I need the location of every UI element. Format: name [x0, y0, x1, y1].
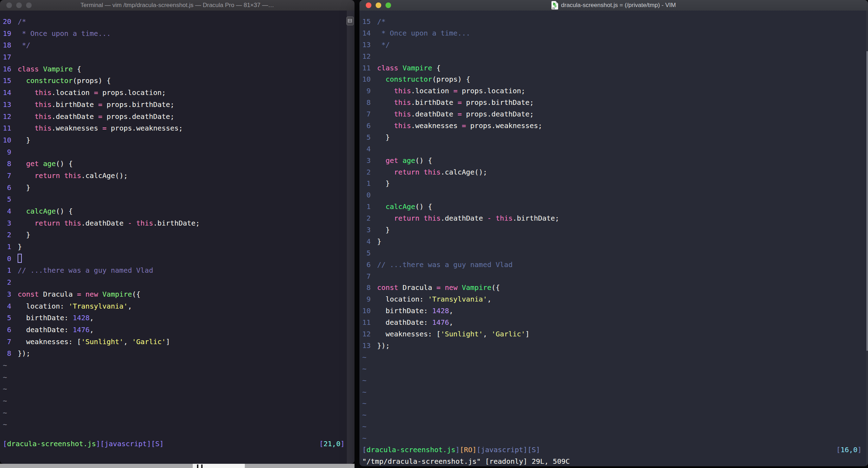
code-token: (props) {	[73, 76, 111, 85]
line-number: 9	[3, 146, 11, 158]
line-number: 11	[362, 62, 371, 74]
split-pane-button[interactable]	[346, 17, 354, 25]
code-line: 1 calcAge() {	[362, 201, 865, 213]
code-token: () {	[415, 156, 432, 165]
line-number: 6	[362, 120, 371, 132]
code-token: weaknesses: [	[377, 330, 441, 338]
code-token: [	[3, 439, 7, 448]
code-token	[98, 290, 102, 298]
terminal-window-title: Terminal — vim /tmp/dracula-screenshot.j…	[0, 2, 355, 9]
code-token: });	[18, 349, 30, 358]
line-number: 10	[362, 74, 371, 85]
code-token	[60, 219, 64, 227]
statusline-cursor-position: [16,0]	[836, 444, 862, 456]
code-token: }	[377, 179, 390, 188]
code-line: 4 location: 'Transylvania',	[3, 301, 346, 312]
code-token: .deathDate	[81, 219, 128, 227]
line-number: 9	[362, 293, 371, 305]
tilde-marker: ~	[3, 419, 346, 431]
zoom-button-inactive[interactable]	[26, 2, 32, 8]
code-token	[81, 290, 85, 298]
code-token: props.location;	[98, 88, 166, 97]
macvim-scrollbar-thumb[interactable]	[867, 51, 868, 351]
code-line: 5	[362, 247, 865, 259]
code-token	[39, 65, 43, 73]
vim-command-line	[3, 450, 346, 462]
zoom-button[interactable]	[385, 2, 391, 8]
code-token: // ...there was a guy named Vlad	[377, 260, 512, 269]
code-token: =	[98, 100, 102, 109]
tilde-marker: ~	[3, 360, 346, 372]
code-token	[132, 219, 136, 227]
code-line: 2 }	[3, 229, 346, 241]
code-token: .location	[411, 87, 453, 95]
code-token: -	[487, 214, 491, 222]
code-token: calcAge	[26, 207, 56, 215]
line-number: 1	[3, 265, 11, 277]
code-token	[18, 219, 34, 227]
line-number: 1	[362, 201, 371, 213]
close-button-inactive[interactable]	[6, 2, 12, 8]
code-token	[377, 214, 394, 222]
code-token: /*	[377, 17, 385, 26]
code-token: Vampire	[102, 290, 132, 298]
code-token: const	[377, 283, 398, 292]
code-line: 2 return this.calcAge();	[362, 166, 865, 178]
code-token: const	[18, 290, 39, 298]
code-token: 1428	[73, 314, 90, 322]
code-line: 3 get age() {	[362, 155, 865, 166]
tilde-marker: ~	[3, 383, 346, 395]
code-token: props.weaknesses;	[107, 124, 183, 132]
line-number: 2	[3, 229, 11, 241]
code-token: props.birthDate;	[102, 100, 174, 109]
code-token: -	[128, 219, 132, 227]
statusline-cursor-position: [21,0]	[319, 438, 345, 450]
traffic-lights	[6, 0, 32, 11]
terminal-vim-text-area[interactable]: 20/*19 * Once upon a time...18 */1716cla…	[0, 11, 355, 464]
vim-message-line: "/tmp/dracula-screenshot.js" [readonly] …	[362, 456, 865, 466]
terminal-scrollbar[interactable]	[347, 11, 355, 464]
code-line: 13});	[362, 340, 865, 352]
code-token: =	[98, 112, 102, 121]
tilde-marker: ~	[3, 407, 346, 419]
code-token: {	[73, 65, 81, 73]
line-number: 1	[3, 241, 11, 253]
code-token: dracula-screenshot.js	[7, 439, 96, 448]
background-window-sliver	[0, 464, 355, 468]
code-line: 8const Dracula = new Vampire({	[362, 282, 865, 293]
line-number: 6	[3, 324, 11, 336]
code-line: 17	[3, 51, 346, 63]
code-token: Vampire	[462, 283, 491, 292]
code-token: [RO]	[460, 445, 477, 454]
code-token: .birthDate	[51, 100, 98, 109]
terminal-titlebar[interactable]: Terminal — vim /tmp/dracula-screenshot.j…	[0, 0, 355, 11]
code-token: props.deathDate;	[462, 110, 534, 118]
code-token: 'Garlic'	[491, 330, 525, 338]
macvim-titlebar[interactable]: JS dracula-screenshot.js = (/private/tmp…	[359, 0, 868, 11]
code-line: 18 */	[3, 39, 346, 51]
code-token: 'Garlic'	[132, 337, 166, 346]
code-token: .deathDate	[51, 112, 98, 121]
code-token: Vampire	[43, 65, 72, 73]
code-token: deathDate:	[18, 325, 73, 334]
line-number: 2	[362, 213, 371, 224]
code-token: 1476	[73, 325, 90, 334]
code-token: this	[394, 87, 411, 95]
code-token: this	[64, 219, 81, 227]
code-token: .calcAge();	[441, 168, 487, 176]
macvim-scrollbar-track[interactable]	[866, 11, 868, 466]
code-token	[18, 207, 26, 215]
tilde-marker: ~	[362, 398, 865, 409]
traffic-lights	[366, 0, 391, 11]
close-button[interactable]	[366, 2, 371, 8]
minimize-button-inactive[interactable]	[16, 2, 22, 8]
line-number: 10	[3, 134, 11, 146]
code-token: this	[394, 110, 411, 118]
code-token: =	[94, 88, 98, 97]
macvim-text-area[interactable]: 15/*14 * Once upon a time...13 */1211cla…	[359, 11, 868, 466]
code-line: 9	[3, 146, 346, 158]
statusline-file-info: [dracula-screenshot.js][javascript][S]	[3, 438, 164, 450]
code-token: Vampire	[402, 64, 432, 72]
minimize-button[interactable]	[376, 2, 381, 8]
code-token: }	[377, 133, 390, 141]
